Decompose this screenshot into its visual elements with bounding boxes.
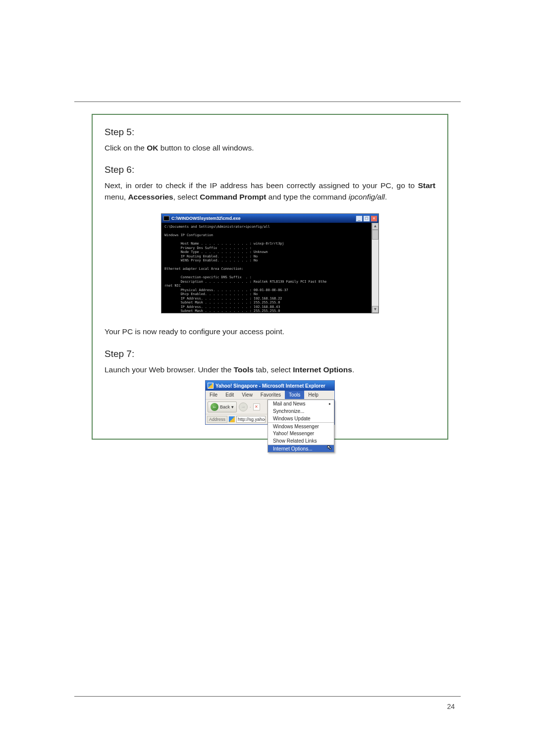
back-label: Back (220, 404, 230, 409)
cmd-title-bar: C:\WINDOWS\system32\cmd.exe _ □ × (161, 214, 378, 223)
ie-body: ← Back ▾ → · × Address http://sg.yahoo.c… (206, 400, 334, 424)
ipconfig-text: ipconfig/all (349, 193, 385, 201)
tools-dropdown: Mail and News ▸ Synchronize... Windows U… (268, 400, 334, 453)
cmd-title-left: C:\WINDOWS\system32\cmd.exe (163, 216, 241, 221)
page-number: 24 (447, 703, 455, 710)
dd-srl-label: Show Related Links (273, 438, 317, 444)
menu-file[interactable]: File (206, 391, 221, 399)
dd-wm-label: Windows Messenger (273, 424, 319, 429)
tools-label: Tools (234, 365, 254, 374)
commandprompt-label: Command Prompt (200, 193, 266, 201)
menu-view[interactable]: View (238, 391, 257, 399)
cmd-scrollbar[interactable]: ▲ ▼ (372, 223, 378, 313)
internet-options-label: Internet Options (293, 365, 352, 374)
step7-pre: Launch your Web browser. Under the (105, 365, 234, 374)
scroll-thumb[interactable] (372, 230, 378, 240)
document-page: Step 5: Click on the OK button to close … (0, 0, 535, 756)
step5-title: Step 5: (105, 127, 435, 138)
scroll-down-icon[interactable]: ▼ (372, 306, 378, 313)
dd-mail-label: Mail and News (273, 401, 306, 406)
dd-show-related-links[interactable]: Show Related Links (268, 437, 334, 445)
header-rule (74, 101, 461, 102)
ie-left-panel: ← Back ▾ → · × Address http://sg.yahoo.c… (206, 400, 268, 424)
ready-text: Your PC is now ready to configure your a… (105, 326, 435, 337)
instruction-box: Step 5: Click on the OK button to close … (92, 114, 448, 440)
dd-windows-messenger[interactable]: Windows Messenger (268, 422, 334, 430)
accessories-label: Accessories (128, 193, 173, 201)
cmd-body-wrap: C:\Documents and Settings\Administrator>… (161, 223, 378, 313)
step6-mid1: menu, (105, 193, 128, 201)
ie-title-text: Yahoo! Singapore - Microsoft Internet Ex… (215, 383, 325, 389)
dd-mail-and-news[interactable]: Mail and News ▸ (268, 400, 334, 407)
ie-dropdown-area: Mail and News ▸ Synchronize... Windows U… (268, 400, 332, 424)
scroll-track[interactable] (372, 230, 378, 306)
start-label: Start (418, 181, 435, 190)
back-dropdown-icon[interactable]: ▾ (231, 404, 234, 409)
step6-post: and type the command (267, 193, 349, 201)
back-arrow-icon: ← (211, 403, 218, 411)
stop-button[interactable]: × (253, 403, 260, 410)
ie-toolbar: ← Back ▾ → · × (206, 400, 267, 414)
cmd-window-controls: _ □ × (356, 215, 377, 222)
step7-body: Launch your Web browser. Under the Tools… (105, 364, 435, 375)
address-input[interactable]: http://sg.yahoo.com (236, 416, 266, 423)
menu-edit[interactable]: Edit (221, 391, 238, 399)
dd-yahoo-messenger[interactable]: Yahoo! Messenger (268, 430, 334, 437)
dd-internet-options[interactable]: Internet Options... ↖ (268, 445, 334, 452)
dd-sync-label: Synchronize... (273, 408, 304, 414)
address-page-icon (229, 416, 235, 422)
ok-label: OK (147, 144, 158, 152)
step6-body: Next, in order to check if the IP addres… (105, 180, 435, 202)
maximize-button[interactable]: □ (363, 215, 370, 222)
step6-pre: Next, in order to check if the IP addres… (105, 181, 418, 190)
submenu-arrow-icon: ▸ (329, 402, 331, 406)
ie-icon (208, 383, 214, 389)
step6-dot: . (385, 193, 387, 201)
minimize-button[interactable]: _ (356, 215, 363, 222)
step6-title: Step 6: (105, 164, 435, 175)
dd-windows-update[interactable]: Windows Update (268, 415, 334, 422)
back-button[interactable]: ← Back ▾ (208, 402, 237, 412)
step7-dot: . (352, 365, 354, 374)
footer-rule (74, 696, 461, 697)
toolbar-sep: · (250, 404, 251, 409)
cmd-output: C:\Documents and Settings\Administrator>… (161, 223, 372, 313)
dd-wu-label: Windows Update (273, 416, 311, 421)
cmd-window: C:\WINDOWS\system32\cmd.exe _ □ × C:\Doc… (161, 213, 379, 313)
address-label: Address (207, 416, 227, 423)
close-button[interactable]: × (371, 215, 377, 222)
menu-favorites[interactable]: Favorites (257, 391, 285, 399)
dd-ym-label: Yahoo! Messenger (273, 431, 314, 436)
dd-io-label: Internet Options... (273, 446, 313, 452)
menu-tools[interactable]: Tools (285, 391, 304, 399)
step5-pre: Click on the (105, 144, 147, 152)
dd-synchronize[interactable]: Synchronize... (268, 407, 334, 415)
step5-body: Click on the OK button to close all wind… (105, 143, 435, 153)
scroll-up-icon[interactable]: ▲ (372, 223, 378, 230)
forward-button[interactable]: → (239, 403, 248, 411)
cursor-icon: ↖ (327, 444, 332, 451)
menu-help[interactable]: Help (304, 391, 322, 399)
step5-post: button to close all windows. (159, 144, 254, 152)
ie-title-bar: Yahoo! Singapore - Microsoft Internet Ex… (206, 381, 334, 391)
step7-mid: tab, select (254, 365, 293, 374)
step6-mid2: , select (173, 193, 200, 201)
ie-menu-bar: File Edit View Favorites Tools Help (206, 391, 334, 400)
cmd-icon (163, 216, 169, 221)
ie-window: Yahoo! Singapore - Microsoft Internet Ex… (205, 380, 335, 425)
cmd-title-text: C:\WINDOWS\system32\cmd.exe (171, 216, 241, 221)
step7-title: Step 7: (105, 349, 435, 359)
ie-address-bar: Address http://sg.yahoo.com (206, 414, 267, 424)
